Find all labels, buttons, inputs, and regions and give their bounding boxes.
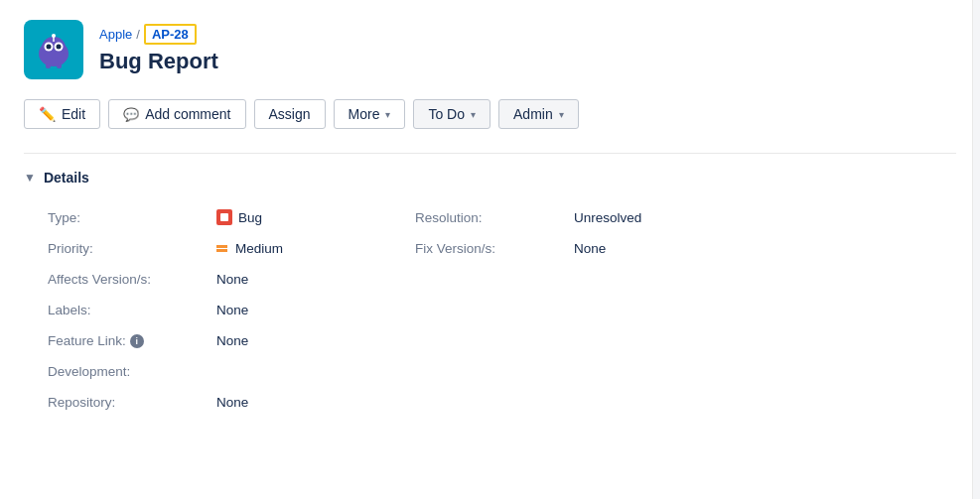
svg-point-7 xyxy=(52,34,56,38)
resolution-label: Resolution: xyxy=(415,201,574,233)
priority-text: Medium xyxy=(235,241,283,256)
details-label: Details xyxy=(44,170,89,186)
fix-version-text: None xyxy=(574,241,606,256)
details-collapse-icon: ▼ xyxy=(24,171,36,185)
assign-button[interactable]: Assign xyxy=(254,99,326,129)
feature-link-text: None xyxy=(216,333,248,348)
repository-label: Repository: xyxy=(48,387,216,418)
details-section: ▼ Details Type: Bug Resolution: Unresolv… xyxy=(24,153,956,418)
priority-icon xyxy=(216,245,227,253)
resolution-text: Unresolved xyxy=(574,210,641,225)
breadcrumb: Apple / AP-28 xyxy=(99,24,218,45)
svg-point-5 xyxy=(57,45,62,50)
fix-version-value: None xyxy=(574,233,772,264)
app-icon xyxy=(24,20,83,79)
edit-label: Edit xyxy=(62,106,85,122)
assign-label: Assign xyxy=(269,106,311,122)
priority-value: Medium xyxy=(216,233,415,264)
breadcrumb-issue-id[interactable]: AP-28 xyxy=(144,24,197,45)
resolution-value: Unresolved xyxy=(574,201,772,233)
more-label: More xyxy=(349,106,380,122)
priority-label: Priority: xyxy=(48,233,216,264)
admin-button[interactable]: Admin ▾ xyxy=(498,99,579,129)
affects-version-label: Affects Version/s: xyxy=(48,264,216,295)
add-comment-button[interactable]: 💬 Add comment xyxy=(108,99,245,129)
type-text: Bug xyxy=(238,210,262,225)
affects-version-text: None xyxy=(216,272,248,287)
issue-title: Bug Report xyxy=(99,49,218,74)
header-text: Apple / AP-28 Bug Report xyxy=(99,20,218,74)
edit-icon: ✏️ xyxy=(39,106,56,122)
comment-icon: 💬 xyxy=(123,107,139,122)
feature-link-label: Feature Link: i xyxy=(48,325,216,356)
type-label: Type: xyxy=(48,201,216,233)
admin-chevron-icon: ▾ xyxy=(559,109,564,120)
feature-link-info-icon[interactable]: i xyxy=(130,334,144,348)
labels-text: None xyxy=(216,303,248,317)
more-button[interactable]: More ▾ xyxy=(334,99,406,129)
issue-header: Apple / AP-28 Bug Report xyxy=(24,20,956,79)
bug-type-icon xyxy=(216,209,232,225)
breadcrumb-project[interactable]: Apple xyxy=(99,27,132,42)
affects-version-value: None xyxy=(216,264,415,295)
details-header[interactable]: ▼ Details xyxy=(24,170,956,186)
page-container: Apple / AP-28 Bug Report ✏️ Edit 💬 Add c… xyxy=(0,0,980,499)
scrollbar[interactable] xyxy=(972,0,980,499)
development-label: Development: xyxy=(48,356,216,387)
svg-rect-8 xyxy=(46,63,51,68)
more-chevron-icon: ▾ xyxy=(385,109,390,120)
development-value xyxy=(216,356,415,387)
repository-value: None xyxy=(216,387,415,418)
toolbar: ✏️ Edit 💬 Add comment Assign More ▾ To D… xyxy=(24,99,956,129)
breadcrumb-separator: / xyxy=(136,27,140,42)
repository-text: None xyxy=(216,395,248,410)
status-label: To Do xyxy=(428,106,465,122)
status-button[interactable]: To Do ▾ xyxy=(413,99,490,129)
add-comment-label: Add comment xyxy=(145,106,230,122)
edit-button[interactable]: ✏️ Edit xyxy=(24,99,100,129)
type-value: Bug xyxy=(216,201,415,233)
svg-point-4 xyxy=(47,45,52,50)
admin-label: Admin xyxy=(513,106,553,122)
labels-value: None xyxy=(216,295,415,325)
labels-label: Labels: xyxy=(48,295,216,325)
svg-rect-9 xyxy=(57,63,62,68)
fix-version-label: Fix Version/s: xyxy=(415,233,574,264)
status-chevron-icon: ▾ xyxy=(471,109,476,120)
feature-link-value: None xyxy=(216,325,415,356)
